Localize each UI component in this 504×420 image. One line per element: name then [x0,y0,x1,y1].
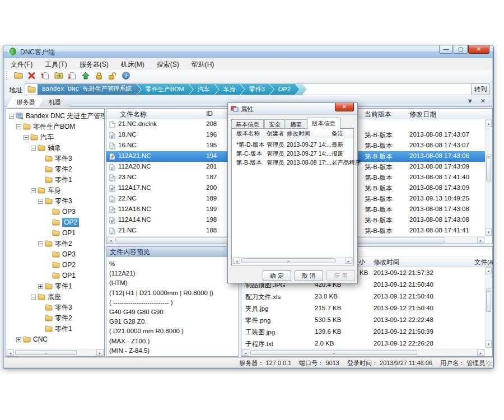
collapse-icon[interactable]: − [31,295,36,300]
new-folder-icon [14,72,23,80]
file-list-vscrollbar[interactable]: ▴▾ ≡ [485,119,492,236]
tree-item-label: 汽车 [40,133,54,142]
panel-dropdown-icon[interactable]: ▼ [467,97,473,104]
folder-icon [45,176,53,183]
toolbar-help-button[interactable]: ? [120,70,132,82]
breadcrumb-item[interactable]: 零件3 [241,84,274,95]
toolbar-unlock-button[interactable] [106,70,118,82]
breadcrumb-item[interactable]: 汽车 [189,84,219,95]
address-field[interactable]: Bandex DNC 先进生产管理系统零件生产BOM汽车车身零件3OP2 [25,83,473,95]
tree-item[interactable]: −轴承 [31,143,61,153]
minimize-button[interactable]: — [439,45,453,54]
tree-item[interactable]: +CNC [16,334,48,344]
app-window: DNC客户端 — ▢ ✕ 文件(F)工具(T)服务器(S)机床(M)搜索(S)帮… [3,45,494,368]
collapse-icon[interactable]: − [31,146,36,151]
expand-icon[interactable]: + [16,337,21,342]
tree-item[interactable]: −零件生产BOM [16,122,75,132]
collapse-icon[interactable]: − [31,188,36,193]
attachment-size: 530.5 KB [315,316,341,323]
col-note[interactable]: 备注 [332,130,343,138]
cancel-button[interactable]: 取 消 [295,270,323,281]
preview-line: G40 G49 G80 G90 [109,307,236,317]
attachment-row[interactable]: 配刀文件.xls23.0 KB2013-09-12 21:50:40 [241,291,485,303]
status-bar: 服务器： 127.0.0.1端口号： 9013登录时间： 2013/9/27 1… [4,357,493,367]
collapse-icon[interactable]: − [38,199,43,204]
tree-item[interactable]: 零件1 [38,175,72,185]
tab-machines[interactable]: 机器 [39,96,69,107]
tree-item[interactable]: −零件3 [38,196,72,206]
tree-item-label: 零件3 [55,154,72,164]
attachment-row[interactable]: 子程序.txt2.0 KB2013-09-12 22:26:28 [241,338,485,348]
collapse-icon[interactable]: − [24,135,29,140]
tree-item[interactable]: −车身 [31,185,61,195]
tree-item[interactable]: OP2 [45,260,76,270]
toolbar-send-up-button[interactable] [80,70,91,82]
resize-grip[interactable] [486,361,492,366]
collapse-icon[interactable]: − [38,241,43,246]
col-modify-time[interactable]: 修改时间 [287,130,310,138]
toolbar-download-file-button[interactable] [66,70,78,82]
attachment-row[interactable]: 夹具.jpg215.7 KB2013-09-12 21:50:40 [241,303,485,315]
collapse-icon[interactable]: − [16,124,21,129]
title-bar: DNC客户端 — ▢ ✕ [3,45,493,58]
toolbar-grip [6,71,8,80]
col-current-version[interactable]: 当前版本 [365,110,391,119]
version-row[interactable]: *第-D-版本管理员2013-09-27 14:...最新 [232,140,353,149]
tree-item[interactable]: −零件2 [38,239,72,249]
toolbar-new-folder-button[interactable] [12,70,24,82]
collapse-icon[interactable]: − [9,114,14,119]
attachment-row[interactable]: 零件.png530.5 KB2013-09-12 22:22:48 [241,315,485,326]
ok-button[interactable]: 确 定 [263,270,291,281]
tree-item[interactable]: OP2 [45,217,79,227]
col-creator[interactable]: 创建者 [267,130,284,138]
col-modified-date[interactable]: 修改日期 [409,110,436,119]
folder-icon [45,325,53,332]
close-button[interactable]: ✕ [468,45,489,54]
panel-close-icon[interactable]: ✕ [480,97,486,104]
tree-item[interactable]: −底座 [31,292,61,302]
attachment-row[interactable]: 工装图.jpg139.6 KB2013-09-12 21:50:39 [241,326,485,338]
apply-button: 应 用 [326,270,355,281]
toolbar-lock-button[interactable] [93,70,105,82]
tree-item[interactable]: −汽车 [24,132,54,142]
toolbar-upload-file-button[interactable] [39,70,51,82]
dialog-tab[interactable]: 版本信息 [307,118,340,129]
tree-item[interactable]: 零件2 [38,313,72,323]
col-modified-time[interactable]: 修改时间 [374,258,399,267]
tree-item[interactable]: OP3 [45,249,76,259]
breadcrumb-item[interactable]: OP2 [270,84,300,95]
go-button[interactable]: 转到 [471,83,490,95]
tree-item[interactable]: 零件3 [38,153,72,164]
version-time: 2013-08-08 17:... [287,159,332,166]
tree-item[interactable]: +零件1 [38,281,72,291]
version-list-header[interactable]: 版本名称 创建者 修改时间 备注 [232,129,353,138]
tab-servers[interactable]: 服务器 [7,96,43,107]
col-id[interactable]: ID [206,110,213,118]
file-date: 2013-08-08 17:43:09 [409,184,469,191]
version-note: 报废 [332,150,343,158]
breadcrumb-item[interactable]: Bandex DNC 先进生产管理系统 [38,84,141,95]
maximize-button[interactable]: ▢ [454,45,468,54]
toolbar-import-folder-button[interactable] [53,70,64,82]
col-file[interactable]: 文件(& [474,258,494,267]
col-file-name[interactable]: 文件名称 [120,110,147,119]
version-row[interactable]: 第-B-版本管理员2013-08-08 17:...老产品程序 [232,158,353,167]
tree-item[interactable]: OP3 [45,207,76,217]
attachments-hscrollbar[interactable]: ◂▸ ≡ [241,349,485,356]
tree-item[interactable]: OP1 [45,270,76,281]
dialog-hscrollbar[interactable]: ◂▸ ≡ [232,257,353,264]
col-version-name[interactable]: 版本名称 [236,130,260,138]
tree-item[interactable]: −Bandex DNC 先进生产管理系统 [9,111,104,121]
tree-item[interactable]: 零件2 [38,164,72,174]
tree-item[interactable]: 零件3 [38,302,72,312]
breadcrumb-item[interactable]: 车身 [215,84,245,95]
tree-item[interactable]: OP1 [45,228,76,238]
toolbar-delete-button[interactable] [26,70,38,82]
attachments-vscrollbar[interactable]: ▴▾ ≡ [485,267,492,348]
version-row[interactable]: 第-C-版本管理员2013-09-27 14:...报废 [232,149,353,158]
tree-hscrollbar[interactable]: ◂▸ ≡ [6,349,104,356]
dialog-close-button[interactable]: ✕ [335,103,354,111]
tree-item[interactable]: 零件1 [38,324,72,334]
breadcrumb-item[interactable]: 零件生产BOM [137,84,193,95]
expand-icon[interactable]: + [38,284,43,289]
